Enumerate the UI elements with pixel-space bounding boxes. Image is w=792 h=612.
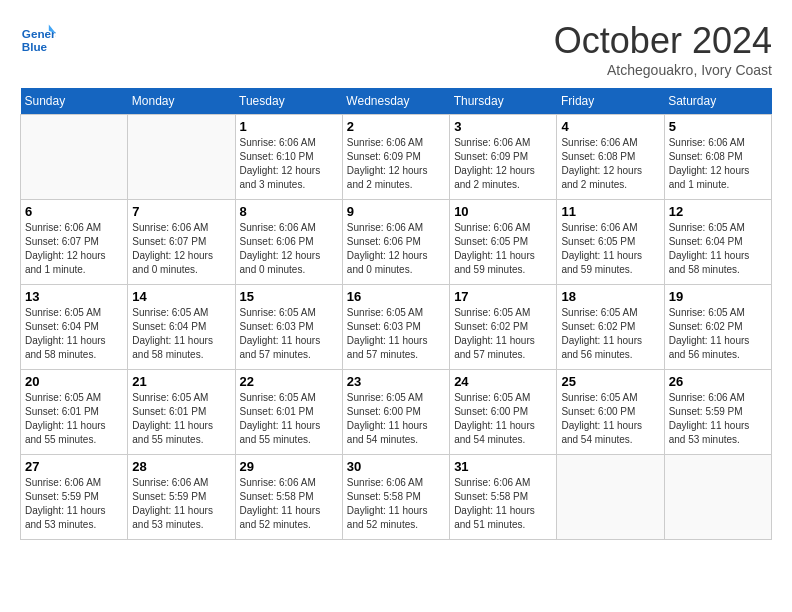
- location: Atchegouakro, Ivory Coast: [554, 62, 772, 78]
- cell-details: Sunrise: 6:05 AMSunset: 6:03 PMDaylight:…: [240, 306, 338, 362]
- logo-icon: General Blue: [20, 20, 56, 56]
- calendar-cell: 19Sunrise: 6:05 AMSunset: 6:02 PMDayligh…: [664, 285, 771, 370]
- day-number: 22: [240, 374, 338, 389]
- week-row-4: 20Sunrise: 6:05 AMSunset: 6:01 PMDayligh…: [21, 370, 772, 455]
- cell-details: Sunrise: 6:06 AMSunset: 5:58 PMDaylight:…: [240, 476, 338, 532]
- calendar-cell: 14Sunrise: 6:05 AMSunset: 6:04 PMDayligh…: [128, 285, 235, 370]
- day-number: 31: [454, 459, 552, 474]
- cell-details: Sunrise: 6:05 AMSunset: 6:01 PMDaylight:…: [240, 391, 338, 447]
- cell-details: Sunrise: 6:05 AMSunset: 6:02 PMDaylight:…: [669, 306, 767, 362]
- cell-details: Sunrise: 6:06 AMSunset: 6:08 PMDaylight:…: [561, 136, 659, 192]
- cell-details: Sunrise: 6:06 AMSunset: 6:07 PMDaylight:…: [132, 221, 230, 277]
- svg-text:Blue: Blue: [22, 40, 48, 53]
- cell-details: Sunrise: 6:06 AMSunset: 6:10 PMDaylight:…: [240, 136, 338, 192]
- cell-details: Sunrise: 6:05 AMSunset: 6:02 PMDaylight:…: [454, 306, 552, 362]
- calendar-cell: [664, 455, 771, 540]
- cell-details: Sunrise: 6:06 AMSunset: 5:59 PMDaylight:…: [669, 391, 767, 447]
- day-number: 4: [561, 119, 659, 134]
- day-header-friday: Friday: [557, 88, 664, 115]
- calendar-cell: 25Sunrise: 6:05 AMSunset: 6:00 PMDayligh…: [557, 370, 664, 455]
- calendar-cell: 5Sunrise: 6:06 AMSunset: 6:08 PMDaylight…: [664, 115, 771, 200]
- day-number: 8: [240, 204, 338, 219]
- cell-details: Sunrise: 6:05 AMSunset: 6:00 PMDaylight:…: [561, 391, 659, 447]
- week-row-5: 27Sunrise: 6:06 AMSunset: 5:59 PMDayligh…: [21, 455, 772, 540]
- day-number: 10: [454, 204, 552, 219]
- calendar-cell: 16Sunrise: 6:05 AMSunset: 6:03 PMDayligh…: [342, 285, 449, 370]
- page-header: General Blue October 2024 Atchegouakro, …: [20, 20, 772, 78]
- calendar-cell: 7Sunrise: 6:06 AMSunset: 6:07 PMDaylight…: [128, 200, 235, 285]
- calendar-cell: 26Sunrise: 6:06 AMSunset: 5:59 PMDayligh…: [664, 370, 771, 455]
- calendar-cell: [128, 115, 235, 200]
- cell-details: Sunrise: 6:06 AMSunset: 5:58 PMDaylight:…: [454, 476, 552, 532]
- cell-details: Sunrise: 6:06 AMSunset: 6:05 PMDaylight:…: [561, 221, 659, 277]
- day-number: 5: [669, 119, 767, 134]
- calendar-cell: 6Sunrise: 6:06 AMSunset: 6:07 PMDaylight…: [21, 200, 128, 285]
- calendar-cell: 29Sunrise: 6:06 AMSunset: 5:58 PMDayligh…: [235, 455, 342, 540]
- day-header-monday: Monday: [128, 88, 235, 115]
- cell-details: Sunrise: 6:06 AMSunset: 6:07 PMDaylight:…: [25, 221, 123, 277]
- calendar-cell: [557, 455, 664, 540]
- cell-details: Sunrise: 6:05 AMSunset: 6:01 PMDaylight:…: [132, 391, 230, 447]
- day-number: 2: [347, 119, 445, 134]
- day-number: 14: [132, 289, 230, 304]
- calendar-cell: 17Sunrise: 6:05 AMSunset: 6:02 PMDayligh…: [450, 285, 557, 370]
- calendar-cell: 30Sunrise: 6:06 AMSunset: 5:58 PMDayligh…: [342, 455, 449, 540]
- day-number: 23: [347, 374, 445, 389]
- cell-details: Sunrise: 6:06 AMSunset: 6:05 PMDaylight:…: [454, 221, 552, 277]
- cell-details: Sunrise: 6:05 AMSunset: 6:00 PMDaylight:…: [454, 391, 552, 447]
- day-header-wednesday: Wednesday: [342, 88, 449, 115]
- day-number: 16: [347, 289, 445, 304]
- day-number: 6: [25, 204, 123, 219]
- calendar-cell: 2Sunrise: 6:06 AMSunset: 6:09 PMDaylight…: [342, 115, 449, 200]
- day-number: 25: [561, 374, 659, 389]
- calendar-cell: 27Sunrise: 6:06 AMSunset: 5:59 PMDayligh…: [21, 455, 128, 540]
- day-number: 21: [132, 374, 230, 389]
- day-number: 11: [561, 204, 659, 219]
- day-number: 9: [347, 204, 445, 219]
- cell-details: Sunrise: 6:06 AMSunset: 5:59 PMDaylight:…: [25, 476, 123, 532]
- cell-details: Sunrise: 6:06 AMSunset: 6:08 PMDaylight:…: [669, 136, 767, 192]
- calendar-cell: 1Sunrise: 6:06 AMSunset: 6:10 PMDaylight…: [235, 115, 342, 200]
- day-header-thursday: Thursday: [450, 88, 557, 115]
- day-number: 28: [132, 459, 230, 474]
- week-row-3: 13Sunrise: 6:05 AMSunset: 6:04 PMDayligh…: [21, 285, 772, 370]
- title-block: October 2024 Atchegouakro, Ivory Coast: [554, 20, 772, 78]
- calendar-cell: 20Sunrise: 6:05 AMSunset: 6:01 PMDayligh…: [21, 370, 128, 455]
- calendar-cell: 23Sunrise: 6:05 AMSunset: 6:00 PMDayligh…: [342, 370, 449, 455]
- day-header-tuesday: Tuesday: [235, 88, 342, 115]
- calendar-cell: 21Sunrise: 6:05 AMSunset: 6:01 PMDayligh…: [128, 370, 235, 455]
- calendar-cell: 8Sunrise: 6:06 AMSunset: 6:06 PMDaylight…: [235, 200, 342, 285]
- cell-details: Sunrise: 6:05 AMSunset: 6:00 PMDaylight:…: [347, 391, 445, 447]
- day-number: 1: [240, 119, 338, 134]
- calendar-cell: 4Sunrise: 6:06 AMSunset: 6:08 PMDaylight…: [557, 115, 664, 200]
- cell-details: Sunrise: 6:06 AMSunset: 5:58 PMDaylight:…: [347, 476, 445, 532]
- day-number: 7: [132, 204, 230, 219]
- cell-details: Sunrise: 6:06 AMSunset: 5:59 PMDaylight:…: [132, 476, 230, 532]
- calendar-cell: 3Sunrise: 6:06 AMSunset: 6:09 PMDaylight…: [450, 115, 557, 200]
- calendar-cell: 28Sunrise: 6:06 AMSunset: 5:59 PMDayligh…: [128, 455, 235, 540]
- week-row-1: 1Sunrise: 6:06 AMSunset: 6:10 PMDaylight…: [21, 115, 772, 200]
- logo: General Blue: [20, 20, 56, 56]
- cell-details: Sunrise: 6:05 AMSunset: 6:04 PMDaylight:…: [25, 306, 123, 362]
- calendar-cell: 24Sunrise: 6:05 AMSunset: 6:00 PMDayligh…: [450, 370, 557, 455]
- calendar-cell: 18Sunrise: 6:05 AMSunset: 6:02 PMDayligh…: [557, 285, 664, 370]
- day-number: 3: [454, 119, 552, 134]
- cell-details: Sunrise: 6:06 AMSunset: 6:09 PMDaylight:…: [454, 136, 552, 192]
- calendar-table: SundayMondayTuesdayWednesdayThursdayFrid…: [20, 88, 772, 540]
- cell-details: Sunrise: 6:06 AMSunset: 6:06 PMDaylight:…: [240, 221, 338, 277]
- day-number: 13: [25, 289, 123, 304]
- calendar-cell: 9Sunrise: 6:06 AMSunset: 6:06 PMDaylight…: [342, 200, 449, 285]
- day-number: 19: [669, 289, 767, 304]
- day-header-saturday: Saturday: [664, 88, 771, 115]
- days-header-row: SundayMondayTuesdayWednesdayThursdayFrid…: [21, 88, 772, 115]
- cell-details: Sunrise: 6:06 AMSunset: 6:06 PMDaylight:…: [347, 221, 445, 277]
- cell-details: Sunrise: 6:05 AMSunset: 6:04 PMDaylight:…: [669, 221, 767, 277]
- day-header-sunday: Sunday: [21, 88, 128, 115]
- week-row-2: 6Sunrise: 6:06 AMSunset: 6:07 PMDaylight…: [21, 200, 772, 285]
- day-number: 30: [347, 459, 445, 474]
- calendar-cell: [21, 115, 128, 200]
- calendar-cell: 12Sunrise: 6:05 AMSunset: 6:04 PMDayligh…: [664, 200, 771, 285]
- calendar-cell: 22Sunrise: 6:05 AMSunset: 6:01 PMDayligh…: [235, 370, 342, 455]
- calendar-cell: 13Sunrise: 6:05 AMSunset: 6:04 PMDayligh…: [21, 285, 128, 370]
- day-number: 27: [25, 459, 123, 474]
